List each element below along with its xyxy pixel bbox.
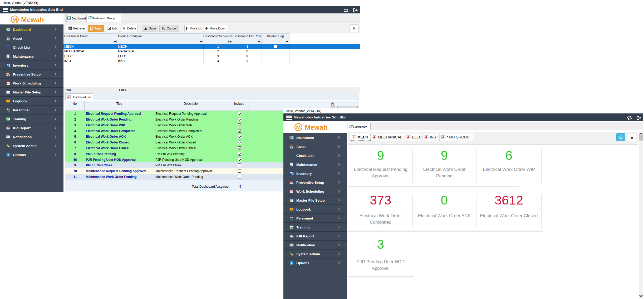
svg-text:ID: ID <box>291 226 293 229</box>
svg-text:15: 15 <box>291 191 293 193</box>
svg-text:ID: ID <box>7 118 10 121</box>
svg-text:15: 15 <box>7 82 9 85</box>
